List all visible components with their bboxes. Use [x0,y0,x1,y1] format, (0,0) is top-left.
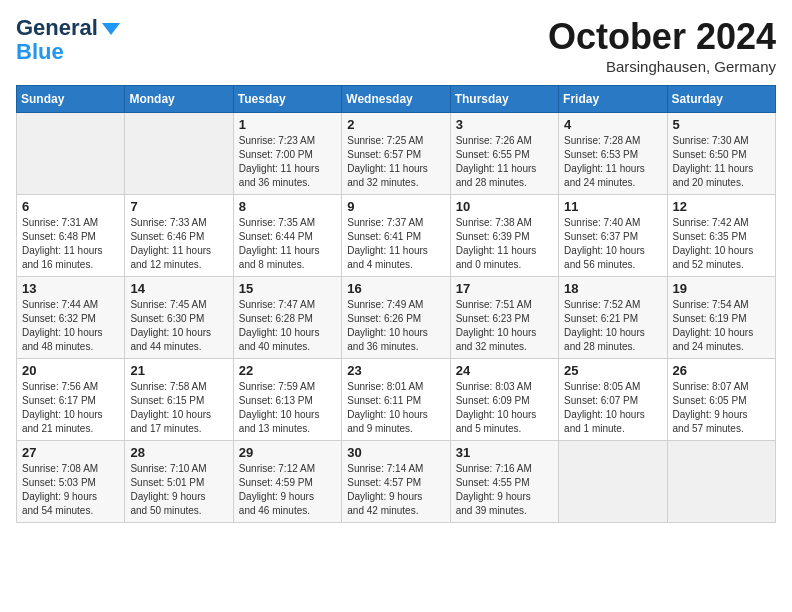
day-number: 29 [239,445,336,460]
weekday-header-row: SundayMondayTuesdayWednesdayThursdayFrid… [17,86,776,113]
calendar-cell: 20Sunrise: 7:56 AM Sunset: 6:17 PM Dayli… [17,359,125,441]
calendar-cell [559,441,667,523]
logo: General Blue [16,16,122,64]
day-info: Sunrise: 7:59 AM Sunset: 6:13 PM Dayligh… [239,380,336,436]
calendar-cell: 25Sunrise: 8:05 AM Sunset: 6:07 PM Dayli… [559,359,667,441]
week-row-1: 1Sunrise: 7:23 AM Sunset: 7:00 PM Daylig… [17,113,776,195]
calendar-cell: 24Sunrise: 8:03 AM Sunset: 6:09 PM Dayli… [450,359,558,441]
day-info: Sunrise: 7:42 AM Sunset: 6:35 PM Dayligh… [673,216,770,272]
day-number: 10 [456,199,553,214]
week-row-4: 20Sunrise: 7:56 AM Sunset: 6:17 PM Dayli… [17,359,776,441]
day-info: Sunrise: 7:58 AM Sunset: 6:15 PM Dayligh… [130,380,227,436]
calendar-cell: 31Sunrise: 7:16 AM Sunset: 4:55 PM Dayli… [450,441,558,523]
calendar-cell: 3Sunrise: 7:26 AM Sunset: 6:55 PM Daylig… [450,113,558,195]
day-number: 18 [564,281,661,296]
location: Barsinghausen, Germany [548,58,776,75]
day-number: 11 [564,199,661,214]
calendar-table: SundayMondayTuesdayWednesdayThursdayFrid… [16,85,776,523]
day-info: Sunrise: 7:33 AM Sunset: 6:46 PM Dayligh… [130,216,227,272]
day-info: Sunrise: 7:56 AM Sunset: 6:17 PM Dayligh… [22,380,119,436]
calendar-cell: 12Sunrise: 7:42 AM Sunset: 6:35 PM Dayli… [667,195,775,277]
calendar-cell: 15Sunrise: 7:47 AM Sunset: 6:28 PM Dayli… [233,277,341,359]
day-number: 22 [239,363,336,378]
day-number: 17 [456,281,553,296]
logo-blue: Blue [16,40,64,64]
calendar-cell [17,113,125,195]
week-row-5: 27Sunrise: 7:08 AM Sunset: 5:03 PM Dayli… [17,441,776,523]
calendar-cell: 17Sunrise: 7:51 AM Sunset: 6:23 PM Dayli… [450,277,558,359]
calendar-cell [125,113,233,195]
calendar-cell: 11Sunrise: 7:40 AM Sunset: 6:37 PM Dayli… [559,195,667,277]
day-number: 23 [347,363,444,378]
day-number: 9 [347,199,444,214]
title-block: October 2024 Barsinghausen, Germany [548,16,776,75]
day-info: Sunrise: 7:44 AM Sunset: 6:32 PM Dayligh… [22,298,119,354]
day-number: 6 [22,199,119,214]
day-info: Sunrise: 7:47 AM Sunset: 6:28 PM Dayligh… [239,298,336,354]
day-info: Sunrise: 7:30 AM Sunset: 6:50 PM Dayligh… [673,134,770,190]
calendar-cell: 8Sunrise: 7:35 AM Sunset: 6:44 PM Daylig… [233,195,341,277]
day-info: Sunrise: 7:35 AM Sunset: 6:44 PM Dayligh… [239,216,336,272]
day-number: 19 [673,281,770,296]
day-number: 26 [673,363,770,378]
day-number: 12 [673,199,770,214]
day-number: 5 [673,117,770,132]
day-number: 24 [456,363,553,378]
day-info: Sunrise: 7:51 AM Sunset: 6:23 PM Dayligh… [456,298,553,354]
calendar-cell: 16Sunrise: 7:49 AM Sunset: 6:26 PM Dayli… [342,277,450,359]
day-info: Sunrise: 7:16 AM Sunset: 4:55 PM Dayligh… [456,462,553,518]
day-info: Sunrise: 8:05 AM Sunset: 6:07 PM Dayligh… [564,380,661,436]
day-number: 27 [22,445,119,460]
calendar-cell: 13Sunrise: 7:44 AM Sunset: 6:32 PM Dayli… [17,277,125,359]
calendar-cell: 19Sunrise: 7:54 AM Sunset: 6:19 PM Dayli… [667,277,775,359]
calendar-cell: 22Sunrise: 7:59 AM Sunset: 6:13 PM Dayli… [233,359,341,441]
day-number: 15 [239,281,336,296]
day-number: 1 [239,117,336,132]
logo-arrow-icon [100,17,122,39]
day-info: Sunrise: 8:01 AM Sunset: 6:11 PM Dayligh… [347,380,444,436]
weekday-header-wednesday: Wednesday [342,86,450,113]
calendar-cell: 9Sunrise: 7:37 AM Sunset: 6:41 PM Daylig… [342,195,450,277]
day-info: Sunrise: 7:23 AM Sunset: 7:00 PM Dayligh… [239,134,336,190]
calendar-cell: 7Sunrise: 7:33 AM Sunset: 6:46 PM Daylig… [125,195,233,277]
calendar-cell: 27Sunrise: 7:08 AM Sunset: 5:03 PM Dayli… [17,441,125,523]
day-info: Sunrise: 7:25 AM Sunset: 6:57 PM Dayligh… [347,134,444,190]
calendar-cell: 14Sunrise: 7:45 AM Sunset: 6:30 PM Dayli… [125,277,233,359]
calendar-cell: 5Sunrise: 7:30 AM Sunset: 6:50 PM Daylig… [667,113,775,195]
calendar-cell: 18Sunrise: 7:52 AM Sunset: 6:21 PM Dayli… [559,277,667,359]
day-number: 25 [564,363,661,378]
calendar-cell: 6Sunrise: 7:31 AM Sunset: 6:48 PM Daylig… [17,195,125,277]
logo-text: General [16,16,98,40]
calendar-cell: 1Sunrise: 7:23 AM Sunset: 7:00 PM Daylig… [233,113,341,195]
weekday-header-sunday: Sunday [17,86,125,113]
day-info: Sunrise: 7:52 AM Sunset: 6:21 PM Dayligh… [564,298,661,354]
weekday-header-monday: Monday [125,86,233,113]
day-number: 13 [22,281,119,296]
weekday-header-tuesday: Tuesday [233,86,341,113]
day-number: 3 [456,117,553,132]
day-number: 31 [456,445,553,460]
day-info: Sunrise: 7:54 AM Sunset: 6:19 PM Dayligh… [673,298,770,354]
day-number: 4 [564,117,661,132]
week-row-2: 6Sunrise: 7:31 AM Sunset: 6:48 PM Daylig… [17,195,776,277]
day-number: 7 [130,199,227,214]
day-number: 28 [130,445,227,460]
day-number: 20 [22,363,119,378]
calendar-cell: 28Sunrise: 7:10 AM Sunset: 5:01 PM Dayli… [125,441,233,523]
day-info: Sunrise: 7:37 AM Sunset: 6:41 PM Dayligh… [347,216,444,272]
day-info: Sunrise: 8:03 AM Sunset: 6:09 PM Dayligh… [456,380,553,436]
day-info: Sunrise: 7:38 AM Sunset: 6:39 PM Dayligh… [456,216,553,272]
day-info: Sunrise: 7:45 AM Sunset: 6:30 PM Dayligh… [130,298,227,354]
calendar-cell: 30Sunrise: 7:14 AM Sunset: 4:57 PM Dayli… [342,441,450,523]
day-info: Sunrise: 7:12 AM Sunset: 4:59 PM Dayligh… [239,462,336,518]
calendar-cell: 10Sunrise: 7:38 AM Sunset: 6:39 PM Dayli… [450,195,558,277]
day-number: 2 [347,117,444,132]
day-number: 14 [130,281,227,296]
day-number: 21 [130,363,227,378]
day-info: Sunrise: 7:49 AM Sunset: 6:26 PM Dayligh… [347,298,444,354]
calendar-cell: 23Sunrise: 8:01 AM Sunset: 6:11 PM Dayli… [342,359,450,441]
calendar-cell: 29Sunrise: 7:12 AM Sunset: 4:59 PM Dayli… [233,441,341,523]
month-title: October 2024 [548,16,776,58]
calendar-cell: 26Sunrise: 8:07 AM Sunset: 6:05 PM Dayli… [667,359,775,441]
weekday-header-friday: Friday [559,86,667,113]
